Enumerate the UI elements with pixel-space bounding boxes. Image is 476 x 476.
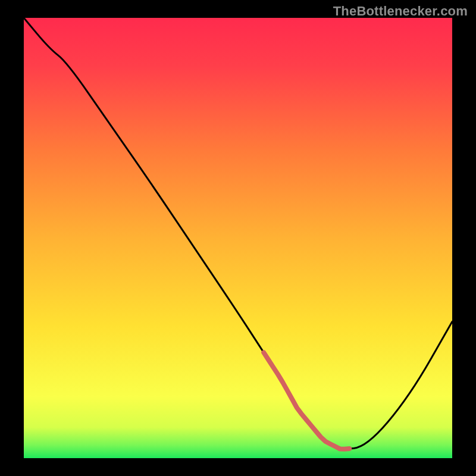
plot-background <box>24 18 452 458</box>
watermark-text: TheBottleneсker.com <box>333 4 468 19</box>
chart-container: { "watermark": "TheBottleneсker.com", "c… <box>0 0 476 476</box>
plot-svg <box>0 0 476 476</box>
